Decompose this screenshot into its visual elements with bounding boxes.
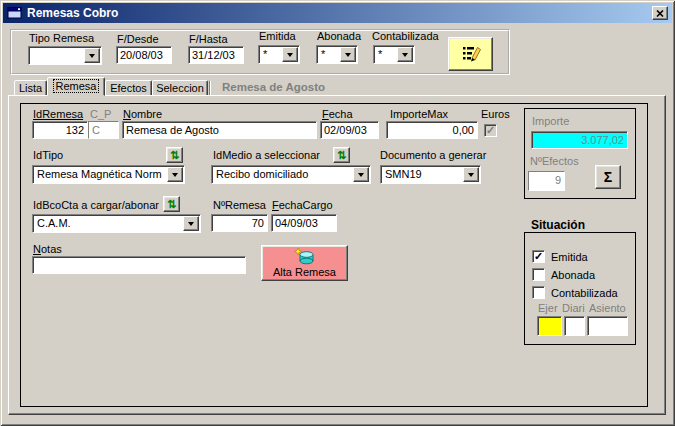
refresh-icon: ⇅ [170,150,179,161]
notas-label: Notas [33,244,62,255]
idbcocta-value: C.A.M. [37,217,182,230]
idmedio-combo[interactable]: Recibo domiciliado [211,165,371,184]
fecha-label: Fecha [322,109,353,120]
fechacargo-label-rest: echaCargo [279,199,333,211]
idtipo-label: IdTipo [33,150,63,161]
nremesa-label: NºRemesa [213,200,266,211]
database-new-icon [294,248,316,265]
sigma-icon: Σ [604,169,612,185]
nremesa-field[interactable]: 70 [211,214,268,232]
notas-label-rest: otas [41,243,62,255]
cp-label: C_P [90,109,111,120]
importe-field: 3.077,02 [531,131,628,149]
importemax-label: ImporteMax [390,109,448,120]
idbcocta-dropdown-button[interactable] [183,216,199,231]
idmedio-dropdown-button[interactable] [353,167,369,182]
idremesa-label: IdRemesa [33,109,83,120]
fecha-field[interactable]: 02/09/03 [320,121,379,139]
idbcocta-label: IdBcoCta a cargar/abonar [33,200,159,211]
notas-label-accel: N [33,243,41,255]
abonada-checkbox-label: Abonada [551,270,595,281]
idmedio-value: Recibo domiciliado [216,168,352,181]
notas-field[interactable] [32,256,246,274]
importemax-field[interactable]: 0,00 [386,121,478,139]
idmedio-label: IdMedio a seleccionar [213,150,320,161]
refresh-icon: ⇅ [167,199,176,210]
idtipo-value: Remesa Magnética Norm [37,168,166,181]
contabilizada-checkbox-label: Contabilizada [551,288,618,299]
ejer-label: Ejer [538,303,558,314]
asiento-field[interactable] [587,316,628,336]
refresh-icon: ⇅ [337,150,346,161]
documento-combo[interactable]: SMN19 [380,165,481,184]
euros-checkbox: ✓ [484,124,497,137]
chevron-down-icon [358,173,364,177]
importe-label: Importe [532,116,569,127]
alta-remesa-button-label: Alta Remesa [273,266,336,278]
diari-field[interactable] [564,316,585,336]
idremesa-field[interactable]: 132 [32,121,88,139]
sum-button[interactable]: Σ [595,165,621,189]
fechacargo-field[interactable]: 04/09/03 [271,214,337,232]
documento-dropdown-button[interactable] [463,167,479,182]
documento-value: SMN19 [385,168,462,181]
chevron-down-icon [468,173,474,177]
idtipo-combo[interactable]: Remesa Magnética Norm [32,165,185,184]
idbcocta-refresh-button[interactable]: ⇅ [163,196,180,212]
idmedio-refresh-button[interactable]: ⇅ [333,147,350,163]
idbcocta-combo[interactable]: C.A.M. [32,214,201,233]
fecha-label-accel: F [322,108,329,120]
contabilizada-checkbox[interactable] [532,286,545,299]
situacion-title: Situación [531,220,585,231]
ejer-field[interactable] [537,316,562,336]
nombre-field[interactable]: Remesa de Agosto [122,121,317,139]
remesas-cobro-window: Remesas Cobro Tipo Remesa F/Desde 20/08/… [0,0,675,426]
euros-label: Euros [481,109,510,120]
nombre-label-rest: ombre [131,108,162,120]
chevron-down-icon [188,222,194,226]
diari-label: Diari [562,303,585,314]
abonada-checkbox[interactable] [532,268,545,281]
nombre-label-accel: N [123,108,131,120]
alta-remesa-button[interactable]: Alta Remesa [261,245,348,281]
fechacargo-label-accel: F [272,199,279,211]
emitida-checkbox-label: Emitida [551,252,588,263]
documento-label: Documento a generar [380,150,486,161]
nombre-label: Nombre [123,109,162,120]
form-layer: IdRemesa C_P 132 C Nombre Remesa de Agos… [0,0,675,426]
cp-field: C [88,121,119,139]
chevron-down-icon [172,173,178,177]
fechacargo-label: FechaCargo [272,200,333,211]
fecha-label-rest: echa [329,108,353,120]
nefectos-field: 9 [528,171,565,191]
idtipo-refresh-button[interactable]: ⇅ [166,147,183,163]
emitida-checkbox[interactable]: ✓ [532,250,545,263]
asiento-label: Asiento [589,303,626,314]
idtipo-dropdown-button[interactable] [167,167,183,182]
nefectos-label: NºEfectos [530,156,579,167]
